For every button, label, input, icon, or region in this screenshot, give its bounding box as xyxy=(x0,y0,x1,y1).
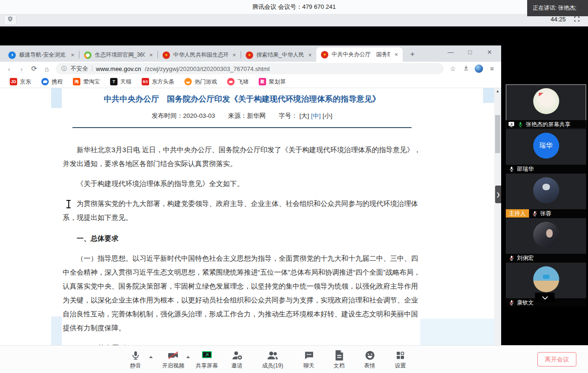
emoji-button[interactable]: 表情 xyxy=(353,349,386,370)
menu-icon[interactable]: ≡ xyxy=(485,65,498,72)
dongfang-favicon: 东方 xyxy=(142,78,149,85)
bookmark-tmall[interactable]: T 天猫 xyxy=(105,78,137,86)
mic-icon xyxy=(508,166,515,172)
participant-tile-sharing[interactable]: 张艳杰的屏幕共享 xyxy=(506,84,586,129)
settings-grid-icon xyxy=(384,349,417,361)
back-icon[interactable]: ‹ xyxy=(3,65,15,73)
protection-button[interactable] xyxy=(4,15,17,25)
forward-icon[interactable]: › xyxy=(15,65,28,73)
participant-tile-host[interactable]: 主持人 张蓉 xyxy=(506,174,586,218)
participant-name: 刘俐宏 xyxy=(517,254,534,262)
font-size-controls: 字号： [大] [中] [小] xyxy=(279,112,333,120)
bookmark-dongfang[interactable]: 东方 东方头条 xyxy=(137,78,179,86)
browser-nav-bar: ‹ › ⟳ ⌂ ⓘ 不安全 www.mee.gov.cn /zcwj/zyygw… xyxy=(0,62,501,76)
hot-games-favicon xyxy=(184,78,192,85)
font-size-small[interactable]: [小] xyxy=(323,112,333,120)
page-decoration xyxy=(51,316,62,345)
bookmark-jd[interactable]: JD 京东 xyxy=(5,78,36,86)
docs-button[interactable]: 文档 xyxy=(323,349,355,370)
sidebar-collapse-button[interactable]: ❯ xyxy=(495,186,501,203)
shield-icon xyxy=(7,16,13,24)
tab-label: 中共中央办公厅 国务院办 xyxy=(332,51,390,58)
close-icon[interactable]: ✕ xyxy=(480,45,499,59)
participant-tile[interactable]: 刘俐宏 xyxy=(506,218,586,262)
bookmarks-bar: JD 京东 携程 淘 爱淘宝 T 天猫 东方 东方头条 热门游戏 飞猪 聚 xyxy=(0,76,501,88)
article-paragraph: 为贯彻落实党的十九大部署，构建党委领导、政府主导、企业主体、社会组织和公众共同参… xyxy=(63,197,421,225)
mic-options-caret[interactable] xyxy=(149,356,153,358)
start-video-button[interactable]: 开启视频 xyxy=(157,349,189,370)
participant-label: 主持人 张蓉 xyxy=(506,209,586,218)
browser-tab[interactable]: 生态环境部官网_360搜索 × xyxy=(79,48,157,62)
article-paragraph: （二）基本原则 xyxy=(63,341,421,345)
scroll-up-icon[interactable]: ▲ xyxy=(494,89,501,93)
minimize-icon[interactable]: — xyxy=(441,45,460,59)
participant-name: 康钦文 xyxy=(517,299,534,307)
mute-button[interactable]: 静音 xyxy=(119,349,152,370)
fliggy-pig-favicon xyxy=(227,78,235,85)
browser-tab[interactable]: ★ 搜索结果_中华人民共和国 × xyxy=(241,48,316,62)
members-icon xyxy=(256,349,289,361)
tab-label: 搜索结果_中华人民共和国 xyxy=(256,51,304,59)
meeting-timer: 44:25 xyxy=(550,16,566,23)
browser-tab[interactable]: ★ 中华人民共和国生态环境部 × xyxy=(158,48,241,62)
collapse-videos-button[interactable] xyxy=(535,293,555,302)
avatar xyxy=(533,222,559,248)
font-size-large[interactable]: [大] xyxy=(300,112,309,120)
browser-tab[interactable]: 极速导航-安全浏览、极速 × xyxy=(4,48,79,62)
browser-tab-active[interactable]: ★ 中共中央办公厅 国务院办 × xyxy=(316,47,403,62)
settings-button[interactable]: 设置 xyxy=(384,349,417,370)
bookmark-games[interactable]: 热门游戏 xyxy=(179,78,222,86)
download-icon[interactable] xyxy=(459,64,472,73)
mic-on-icon xyxy=(517,121,523,128)
fullscreen-button[interactable] xyxy=(572,15,581,25)
font-size-medium[interactable]: [中] xyxy=(311,112,321,120)
new-tab-button[interactable]: + xyxy=(406,48,418,60)
page-decoration xyxy=(483,88,494,103)
bookmark-juhuasuan[interactable]: 聚 聚划算 xyxy=(254,78,291,86)
share-screen-button[interactable]: 共享屏幕 xyxy=(190,349,223,370)
maximize-icon[interactable]: □ xyxy=(460,45,480,59)
meeting-title-bar: 腾讯会议 会议号：479 670 241 xyxy=(0,0,588,14)
tab-label: 极速导航-安全浏览、极速 xyxy=(19,51,66,59)
members-button[interactable]: 成员(19) xyxy=(256,349,289,370)
ctrip-favicon xyxy=(41,78,49,85)
speaking-toast-text: 正在讲话: 张艳杰; xyxy=(533,4,576,12)
share-screen-icon xyxy=(190,349,223,361)
chat-button[interactable]: 聊天 xyxy=(293,349,325,370)
leave-meeting-button[interactable]: 离开会议 xyxy=(537,352,576,367)
page-scrollbar[interactable]: ▲ xyxy=(494,88,501,345)
close-icon[interactable]: × xyxy=(148,52,154,58)
info-icon[interactable]: ⓘ xyxy=(61,65,67,73)
participant-tile[interactable]: 瑞华 邵瑞华 xyxy=(506,129,586,173)
address-bar[interactable]: ⓘ 不安全 www.mee.gov.cn /zcwj/zyygwj/202003… xyxy=(56,63,444,74)
home-icon[interactable]: ⌂ xyxy=(40,65,53,73)
close-icon[interactable]: × xyxy=(307,52,313,58)
chevron-down-icon xyxy=(542,293,548,302)
star-icon[interactable]: ☆ xyxy=(446,65,459,72)
video-options-caret[interactable] xyxy=(186,356,190,358)
page-decoration xyxy=(51,88,62,108)
reload-icon[interactable]: ⟳ xyxy=(28,64,40,73)
bookmark-fliggy[interactable]: 飞猪 xyxy=(222,78,254,86)
bookmark-ctrip[interactable]: 携程 xyxy=(36,78,68,86)
meeting-toolbar: 静音 开启视频 共享屏幕 邀请 成员(19) 聊天 xyxy=(0,345,588,373)
close-icon[interactable]: × xyxy=(70,52,75,58)
profile-globe-icon[interactable] xyxy=(475,64,483,73)
tmall-favicon: T xyxy=(110,78,118,85)
jd-favicon: JD xyxy=(10,78,17,85)
avatar xyxy=(533,177,559,203)
avatar xyxy=(533,88,559,114)
article-meta: 发布时间：2020-03-03 来源：新华网 字号： [大] [中] [小] xyxy=(63,112,421,120)
article-heading: 一、总体要求 xyxy=(63,232,421,245)
security-label: 不安全 xyxy=(71,65,88,73)
browser-tab-strip: 极速导航-安全浏览、极速 × 生态环境部官网_360搜索 × ★ 中华人民共和国… xyxy=(0,45,501,62)
scrollbar-thumb[interactable] xyxy=(495,115,500,153)
bookmark-aitaobao[interactable]: 淘 爱淘宝 xyxy=(68,78,105,86)
omnibox-divider xyxy=(92,65,92,72)
invite-button[interactable]: 邀请 xyxy=(221,349,253,370)
microphone-icon xyxy=(119,349,152,361)
window-controls: — □ ✕ xyxy=(441,45,499,59)
juhuasuan-favicon: 聚 xyxy=(259,78,266,85)
close-icon[interactable]: × xyxy=(231,52,237,58)
close-icon[interactable]: × xyxy=(393,51,399,58)
